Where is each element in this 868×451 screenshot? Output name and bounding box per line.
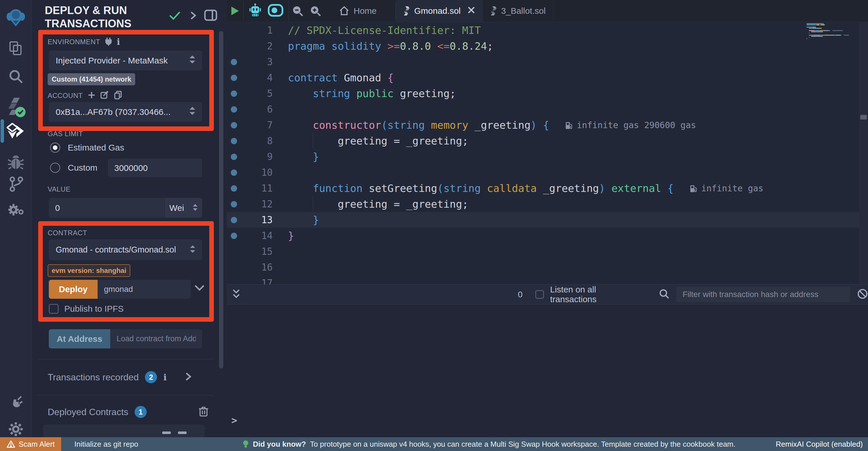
settings-icon[interactable] xyxy=(0,422,32,436)
code-line[interactable]: 14} xyxy=(227,228,868,244)
transactions-expand-icon[interactable] xyxy=(185,372,192,383)
transactions-info-icon[interactable]: i xyxy=(163,372,166,382)
code-line[interactable]: 3 xyxy=(227,54,868,70)
scam-alert-button[interactable]: Scam Alert xyxy=(0,437,61,451)
expand-terminal-icon[interactable] xyxy=(231,288,241,301)
deployed-contracts-label: Deployed Contracts xyxy=(48,407,128,417)
remix-logo[interactable] xyxy=(0,8,32,28)
tab-ballot[interactable]: 3_Ballot.sol xyxy=(483,0,553,22)
line-number: 7 xyxy=(237,119,273,131)
trash-icon[interactable] xyxy=(198,406,208,418)
gutter-dot-icon xyxy=(231,169,237,176)
publish-ipfs-row[interactable]: Publish to IPFS xyxy=(49,304,124,314)
line-number: 13 xyxy=(237,214,273,225)
plugins-icon[interactable] xyxy=(0,203,32,217)
account-select[interactable]: 0xB1a...AF67b (7037.30466... xyxy=(49,102,202,122)
code-line[interactable]: 15 xyxy=(227,244,868,259)
copilot-toggle-icon[interactable] xyxy=(268,4,283,18)
zoom-out-icon[interactable] xyxy=(289,0,307,22)
gas-custom-radio[interactable]: Custom xyxy=(50,163,97,173)
deploy-param-input[interactable] xyxy=(98,280,191,299)
code-line[interactable]: 8 greeting = _greeting; xyxy=(227,133,868,149)
listen-transactions-checkbox[interactable] xyxy=(535,290,544,299)
deploy-run-icon[interactable] xyxy=(0,123,32,140)
code-line[interactable]: 17 xyxy=(227,275,868,284)
contract-label: CONTRACT xyxy=(48,229,87,237)
collapse-icon[interactable] xyxy=(178,431,187,434)
copy-account-icon[interactable] xyxy=(114,91,122,101)
value-input[interactable] xyxy=(49,198,164,218)
code-line[interactable]: 10 xyxy=(227,165,868,180)
terminal-toolbar: 0 Listen on all transactions xyxy=(227,284,868,305)
environment-info-icon[interactable]: i xyxy=(117,37,120,47)
gutter-dot-icon xyxy=(231,90,237,97)
file-explorer-icon[interactable] xyxy=(0,41,32,56)
editor-scrollbar[interactable] xyxy=(859,22,868,284)
expand-deploy-icon[interactable] xyxy=(194,284,205,292)
divider xyxy=(38,395,214,395)
close-tab-icon[interactable] xyxy=(468,6,475,16)
code-line[interactable]: 4contract Gmonad { xyxy=(227,70,868,86)
solidity-compiler-icon[interactable] xyxy=(0,96,32,118)
code-editor[interactable]: 1// SPDX-License-Identifier: MIT2pragma … xyxy=(227,22,868,284)
deployed-contract-item[interactable] xyxy=(43,425,205,437)
transaction-filter-input[interactable] xyxy=(676,287,850,302)
at-address-input[interactable] xyxy=(110,329,202,348)
evm-version-badge: evm version: shanghai xyxy=(48,264,130,277)
gutter-dot-icon xyxy=(231,106,237,113)
editor-scrollbar-thumb[interactable] xyxy=(860,115,867,119)
status-bar: Scam Alert Initialize as git repo Did yo… xyxy=(0,437,868,451)
gutter-dot-icon xyxy=(231,59,237,65)
at-address-button[interactable]: At Address xyxy=(49,329,110,348)
code-line[interactable]: 6 xyxy=(227,102,868,117)
gas-estimated-radio[interactable]: Estimated Gas xyxy=(50,142,124,153)
code-line[interactable]: 7 constructor(string memory _greeting) {… xyxy=(227,117,868,133)
terminal-search-icon[interactable] xyxy=(659,289,670,300)
pin-panel-icon[interactable] xyxy=(189,10,197,22)
copilot-status[interactable]: RemixAI Copilot (enabled) xyxy=(776,440,863,449)
publish-ipfs-checkbox[interactable] xyxy=(49,304,59,314)
code-line[interactable]: 2pragma solidity >=0.8.0 <=0.8.24; xyxy=(227,38,868,54)
code-line[interactable]: 1// SPDX-License-Identifier: MIT xyxy=(227,22,868,38)
zoom-in-icon[interactable] xyxy=(307,0,324,22)
gas-custom-input[interactable] xyxy=(108,159,202,177)
add-account-icon[interactable] xyxy=(88,91,95,100)
panel-scrollbar[interactable] xyxy=(219,31,223,369)
code-line[interactable]: 12 greeting = _greeting; xyxy=(227,196,868,212)
plug-icon[interactable] xyxy=(105,37,112,47)
environment-select[interactable]: Injected Provider - MetaMask xyxy=(49,51,202,71)
line-number: 14 xyxy=(237,230,273,241)
line-number: 5 xyxy=(237,88,273,99)
tab-home[interactable]: Home xyxy=(332,0,384,22)
minimap[interactable] xyxy=(807,23,858,282)
panel-title: DEPLOY & RUN TRANSACTIONS xyxy=(45,4,154,30)
code-line[interactable]: 16 xyxy=(227,259,868,275)
transactions-recorded-row[interactable]: Transactions recorded 2 i xyxy=(48,371,208,383)
code-line[interactable]: 9 } xyxy=(227,149,868,165)
split-view-icon[interactable] xyxy=(204,9,218,22)
code-line[interactable]: 11 function setGreeting(string calldata … xyxy=(227,180,868,196)
line-number: 1 xyxy=(237,25,273,36)
listen-transactions-label: Listen on all transactions xyxy=(550,285,644,304)
code-line[interactable]: 5 string public greeting; xyxy=(227,86,868,102)
sign-message-icon[interactable] xyxy=(100,91,109,101)
contract-select[interactable]: Gmonad - contracts/Gmonad.sol xyxy=(49,239,202,260)
minimize-icon[interactable] xyxy=(162,431,171,434)
tab-gmonad[interactable]: Gmonad.sol xyxy=(396,0,483,22)
terminal[interactable]: > xyxy=(227,305,868,437)
clear-console-icon[interactable] xyxy=(857,288,868,301)
search-icon[interactable] xyxy=(0,68,32,84)
git-init-button[interactable]: Initialize as git repo xyxy=(74,440,138,449)
debugger-icon[interactable] xyxy=(0,154,32,171)
value-unit-select[interactable]: Wei xyxy=(165,198,202,218)
git-icon[interactable] xyxy=(0,176,32,192)
run-script-button[interactable] xyxy=(227,0,243,22)
line-number: 8 xyxy=(237,135,273,146)
lightbulb-icon xyxy=(243,440,249,448)
code-line[interactable]: 13 } xyxy=(227,212,868,228)
plugin-manager-icon[interactable] xyxy=(0,394,32,410)
remixai-robot-icon[interactable] xyxy=(249,3,261,19)
gas-limit-label: GAS LIMIT xyxy=(48,130,83,138)
line-number: 6 xyxy=(237,104,273,115)
deploy-button[interactable]: Deploy xyxy=(49,280,98,299)
